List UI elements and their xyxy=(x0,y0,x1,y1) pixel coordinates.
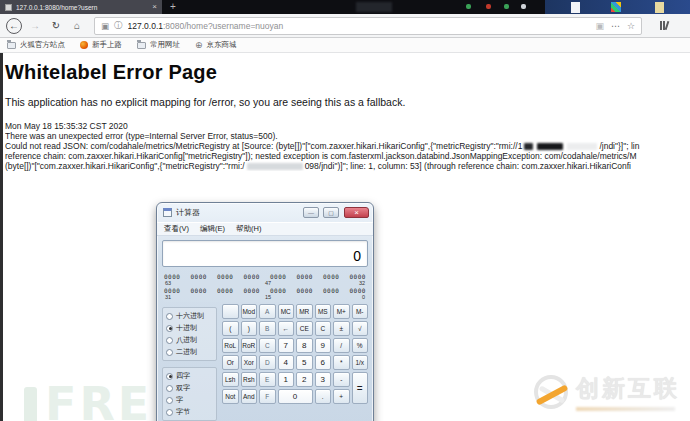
new-tab-button[interactable]: + xyxy=(162,0,184,14)
calc-key[interactable]: M- xyxy=(352,304,369,319)
page-title: Whitelabel Error Page xyxy=(5,61,690,84)
calc-key[interactable]: C xyxy=(259,338,276,353)
bookmark-star-icon[interactable]: ☆ xyxy=(627,21,635,31)
firefox-icon xyxy=(80,41,88,49)
minimize-button[interactable]: — xyxy=(303,207,319,218)
maximize-button[interactable]: ▢ xyxy=(323,207,339,218)
calc-key[interactable]: RoL xyxy=(222,338,239,353)
address-bar[interactable]: ▣ ⓘ 127.0.0.1:8080/home?username=nuoyan … xyxy=(94,17,642,35)
calc-key[interactable]: 5 xyxy=(296,355,313,370)
word-radio-group: 四字 双字 字 字节 xyxy=(162,367,217,421)
desktop-icon xyxy=(655,2,664,13)
calc-key[interactable]: ( xyxy=(222,321,239,336)
url-text[interactable]: 127.0.0.1:8080/home?username=nuoyan xyxy=(128,21,591,31)
calculator-body: 0 00000000000000000000000000000000 63473… xyxy=(157,236,373,421)
bookmark-label: 京东商城 xyxy=(207,40,237,50)
calc-key[interactable]: Rsh xyxy=(241,372,258,387)
calc-key[interactable]: M+ xyxy=(333,304,350,319)
calc-key[interactable]: MC xyxy=(278,304,295,319)
forward-icon[interactable]: → xyxy=(27,18,43,34)
calculator-window: 计算器 — ▢ × 查看(V) 编辑(E) 帮助(H) 0 0000000000… xyxy=(156,202,374,421)
fallback-text: This application has no explicit mapping… xyxy=(5,96,690,108)
browser-tab[interactable]: 127.0.0.1:8080/home?usern × xyxy=(0,0,162,14)
calc-key[interactable]: / xyxy=(333,338,350,353)
calc-key[interactable]: E xyxy=(259,372,276,387)
radio-qword[interactable]: 四字 xyxy=(166,371,213,381)
library-icon[interactable] xyxy=(659,20,670,31)
menu-help[interactable]: 帮助(H) xyxy=(236,224,261,234)
calc-key[interactable]: ← xyxy=(278,321,295,336)
calc-key[interactable]: 3 xyxy=(315,372,332,387)
calc-key[interactable]: CE xyxy=(296,321,313,336)
calc-key[interactable]: 7 xyxy=(278,338,295,353)
binary-bit-labels: 634732 xyxy=(164,280,366,287)
calc-key[interactable]: Or xyxy=(222,355,239,370)
calc-key[interactable]: 9 xyxy=(315,338,332,353)
home-icon[interactable]: ⌂ xyxy=(69,18,85,34)
calc-key[interactable]: MS xyxy=(315,304,332,319)
site-info-icon[interactable]: ⓘ xyxy=(114,20,123,32)
freebuf-logo-bar xyxy=(24,387,37,421)
key-grid: Mod A MC MR MS M+ M- ( ) B ← CE C ± √ Ro… xyxy=(222,304,368,421)
base-radio-group: 十六进制 十进制 八进制 二进制 xyxy=(162,307,217,361)
calc-key[interactable]: 1 xyxy=(278,372,295,387)
calc-key[interactable]: B xyxy=(259,321,276,336)
site-permissions-icon[interactable]: ▣ xyxy=(101,21,109,31)
calc-key[interactable]: Mod xyxy=(241,304,258,319)
calc-key[interactable]: 2 xyxy=(296,372,313,387)
calculator-menubar: 查看(V) 编辑(E) 帮助(H) xyxy=(157,222,373,236)
calc-key[interactable]: Lsh xyxy=(222,372,239,387)
calc-key[interactable]: RoR xyxy=(241,338,258,353)
radio-bin[interactable]: 二进制 xyxy=(166,347,213,357)
calc-key[interactable]: D xyxy=(259,355,276,370)
calculator-titlebar[interactable]: 计算器 — ▢ × xyxy=(157,203,373,222)
calc-key[interactable] xyxy=(222,304,239,319)
calc-key[interactable]: And xyxy=(241,389,258,404)
menu-view[interactable]: 查看(V) xyxy=(164,224,189,234)
calc-key[interactable]: A xyxy=(259,304,276,319)
radio-word[interactable]: 字 xyxy=(166,395,213,405)
calc-key-zero[interactable]: 0 xyxy=(278,389,313,404)
calc-key[interactable]: MR xyxy=(296,304,313,319)
calc-key[interactable]: 1/x xyxy=(352,355,369,370)
calc-key[interactable]: Xor xyxy=(241,355,258,370)
calc-key[interactable]: - xyxy=(333,372,350,387)
radio-byte[interactable]: 字节 xyxy=(166,407,213,417)
reload-icon[interactable]: ↻ xyxy=(48,18,64,34)
calc-key[interactable]: 6 xyxy=(315,355,332,370)
calc-key[interactable]: F xyxy=(259,389,276,404)
calc-key[interactable]: 8 xyxy=(296,338,313,353)
bookmark-item[interactable]: 新手上路 xyxy=(80,40,122,50)
calc-key[interactable]: ) xyxy=(241,321,258,336)
calc-key[interactable]: * xyxy=(333,355,350,370)
radio-hex[interactable]: 十六进制 xyxy=(166,311,213,321)
close-button[interactable]: × xyxy=(344,207,369,218)
page-actions-icon[interactable]: ⋯ xyxy=(611,21,620,31)
calc-key[interactable]: Not xyxy=(222,389,239,404)
radio-dec[interactable]: 十进制 xyxy=(166,323,213,333)
back-icon[interactable]: ← xyxy=(6,18,22,34)
tab-close-icon[interactable]: × xyxy=(152,3,157,11)
calc-key-equals[interactable]: = xyxy=(352,372,369,404)
radio-dword[interactable]: 双字 xyxy=(166,383,213,393)
radio-icon xyxy=(166,409,173,416)
url-host: 127.0.0.1 xyxy=(128,21,163,31)
redacted-ip xyxy=(247,163,303,170)
calc-key[interactable]: % xyxy=(352,338,369,353)
menu-edit[interactable]: 编辑(E) xyxy=(200,224,225,234)
calc-key[interactable]: C xyxy=(315,321,332,336)
bookmark-item[interactable]: ⊕ 京东商城 xyxy=(195,40,237,50)
bookmark-item[interactable]: 常用网址 xyxy=(137,40,180,50)
desktop-blur-blob xyxy=(356,2,392,12)
calc-key[interactable]: ± xyxy=(333,321,350,336)
save-to-pocket-icon[interactable]: ▣ xyxy=(595,21,604,31)
binary-panel: 00000000000000000000000000000000 634732 … xyxy=(162,271,368,302)
bookmark-item[interactable]: 火狐官方站点 xyxy=(7,40,65,50)
radio-oct[interactable]: 八进制 xyxy=(166,335,213,345)
calculator-icon xyxy=(163,208,172,217)
calc-key[interactable]: + xyxy=(333,389,350,404)
calc-key[interactable]: . xyxy=(315,389,332,404)
calc-key[interactable]: √ xyxy=(352,321,369,336)
calc-key[interactable]: 4 xyxy=(278,355,295,370)
bookmarks-bar: 火狐官方站点 新手上路 常用网址 ⊕ 京东商城 xyxy=(0,38,690,53)
